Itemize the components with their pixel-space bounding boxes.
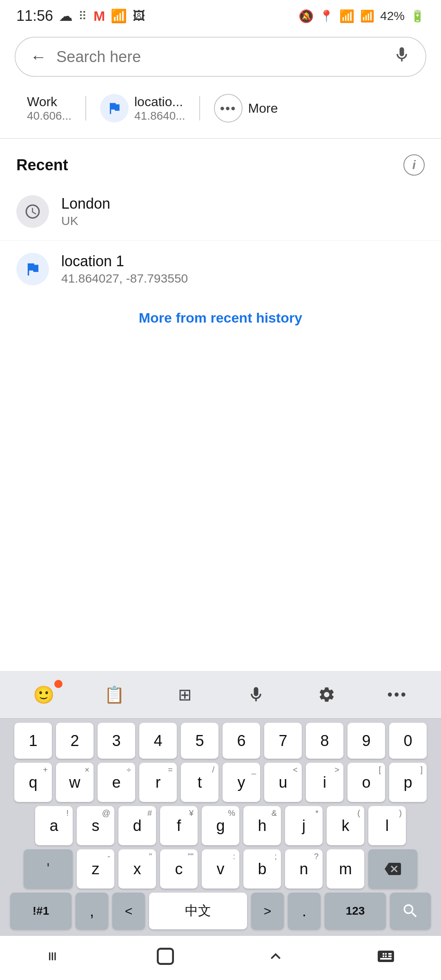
search-key[interactable]: [390, 893, 431, 929]
notification-dot: [54, 680, 62, 688]
svg-rect-0: [49, 952, 50, 960]
key-z[interactable]: -z: [77, 849, 114, 889]
key-t[interactable]: /t: [181, 763, 218, 802]
key-j[interactable]: *j: [285, 806, 323, 845]
image-status-icon: 🖼: [133, 9, 145, 23]
key-n[interactable]: ?n: [285, 849, 323, 889]
london-sub: UK: [61, 214, 425, 228]
key-e[interactable]: ÷e: [98, 763, 135, 802]
comma-key[interactable]: ,: [76, 893, 108, 929]
status-right: 🔕 📍 📶 📶 42% 🔋: [298, 9, 425, 23]
key-3[interactable]: 3: [98, 723, 135, 759]
location1-name: location 1: [61, 253, 425, 270]
back-nav-button[interactable]: [39, 944, 71, 969]
settings-icon: [318, 686, 336, 704]
keyboard-nav-icon: [376, 947, 396, 966]
key-y[interactable]: _y: [223, 763, 260, 802]
keyboard-toolbar: 🙂 📋 ⊞ •••: [0, 671, 441, 719]
key-5[interactable]: 5: [181, 723, 218, 759]
key-s[interactable]: @s: [77, 806, 114, 845]
key-7[interactable]: 7: [264, 723, 302, 759]
chinese-key[interactable]: 中文: [149, 893, 247, 929]
key-u[interactable]: <u: [264, 763, 302, 802]
recent-item-location1[interactable]: location 1 41.864027, -87.793550: [0, 241, 441, 298]
key-l[interactable]: )l: [368, 806, 406, 845]
key-c[interactable]: ""c: [160, 849, 198, 889]
key-x[interactable]: "x: [118, 849, 156, 889]
left-arrow-key[interactable]: <: [112, 893, 145, 929]
more-toolbar-key[interactable]: •••: [377, 678, 418, 711]
right-arrow-key[interactable]: >: [251, 893, 284, 929]
more-history-link[interactable]: More from recent history: [0, 298, 441, 334]
key-k[interactable]: (k: [327, 806, 364, 845]
search-bar[interactable]: ←: [15, 37, 426, 77]
chinese-label: 中文: [185, 902, 211, 920]
clock-icon-circle: [16, 195, 49, 228]
mic-key[interactable]: [236, 678, 276, 711]
period-key[interactable]: .: [288, 893, 321, 929]
key-i[interactable]: >i: [306, 763, 343, 802]
grid-icon: ⊞: [178, 685, 192, 704]
num-key[interactable]: 123: [325, 893, 386, 929]
recent-title: Recent: [16, 156, 68, 174]
backspace-icon: [383, 861, 403, 877]
wifi-status-icon: 📶: [111, 8, 127, 24]
recent-item-location1-text: location 1 41.864027, -87.793550: [61, 253, 425, 285]
keyboard: 🙂 📋 ⊞ ••• 1 2 3 4: [0, 671, 441, 980]
search-input[interactable]: [56, 48, 383, 66]
home-nav-button[interactable]: [149, 944, 182, 969]
settings-key[interactable]: [306, 678, 347, 711]
mic-toolbar-icon: [247, 686, 265, 704]
recents-nav-button[interactable]: [259, 944, 292, 969]
key-g[interactable]: %g: [202, 806, 239, 845]
info-icon[interactable]: i: [403, 154, 425, 176]
key-p[interactable]: ]p: [389, 763, 427, 802]
keyboard-nav-button[interactable]: [370, 944, 402, 969]
chip-more-label: More: [248, 101, 278, 116]
shift-icon: ': [47, 860, 50, 878]
chip-location1[interactable]: locatio... 41.8640...: [88, 87, 198, 130]
key-8[interactable]: 8: [306, 723, 343, 759]
key-2[interactable]: 2: [56, 723, 94, 759]
key-m[interactable]: m: [327, 849, 364, 889]
chip-work-sub: 40.606...: [27, 109, 71, 122]
mic-icon[interactable]: [393, 46, 411, 68]
special-chars-key[interactable]: !#1: [10, 893, 71, 929]
chips-row: Work 40.606... locatio... 41.8640... •••…: [0, 82, 441, 139]
key-d[interactable]: #d: [118, 806, 156, 845]
key-4[interactable]: 4: [139, 723, 177, 759]
backspace-key[interactable]: [368, 849, 417, 889]
chip-more[interactable]: ••• More: [202, 87, 290, 130]
shift-key[interactable]: ': [24, 849, 73, 889]
key-a[interactable]: !a: [35, 806, 73, 845]
emoji-key[interactable]: 🙂: [23, 678, 64, 711]
num-label: 123: [346, 904, 365, 918]
key-6[interactable]: 6: [223, 723, 260, 759]
chip-work[interactable]: Work 40.606...: [15, 87, 84, 130]
key-9[interactable]: 9: [347, 723, 385, 759]
key-w[interactable]: ×w: [56, 763, 94, 802]
status-time: 11:56: [16, 7, 53, 24]
svg-rect-2: [54, 952, 56, 960]
period-label: .: [302, 902, 307, 920]
left-arrow-label: <: [125, 904, 133, 919]
key-1[interactable]: 1: [14, 723, 52, 759]
zxcv-row: ' -z "x ""c :v ;b ?n m: [4, 849, 437, 889]
key-0[interactable]: 0: [389, 723, 427, 759]
recent-header: Recent i: [0, 139, 441, 183]
key-h[interactable]: &h: [243, 806, 281, 845]
key-o[interactable]: [o: [347, 763, 385, 802]
back-icon[interactable]: ←: [30, 48, 47, 66]
chip-divider: [85, 96, 86, 120]
more-dots-circle: •••: [214, 94, 243, 122]
key-v[interactable]: :v: [202, 849, 239, 889]
key-b[interactable]: ;b: [243, 849, 281, 889]
key-q[interactable]: +q: [14, 763, 52, 802]
key-r[interactable]: =r: [139, 763, 177, 802]
recent-item-london[interactable]: London UK: [0, 183, 441, 241]
clipboard-key[interactable]: 📋: [94, 678, 135, 711]
right-arrow-label: >: [264, 904, 272, 919]
grid-key[interactable]: ⊞: [165, 678, 205, 711]
key-f[interactable]: ¥f: [160, 806, 198, 845]
cloud-icon: ☁: [59, 8, 73, 24]
